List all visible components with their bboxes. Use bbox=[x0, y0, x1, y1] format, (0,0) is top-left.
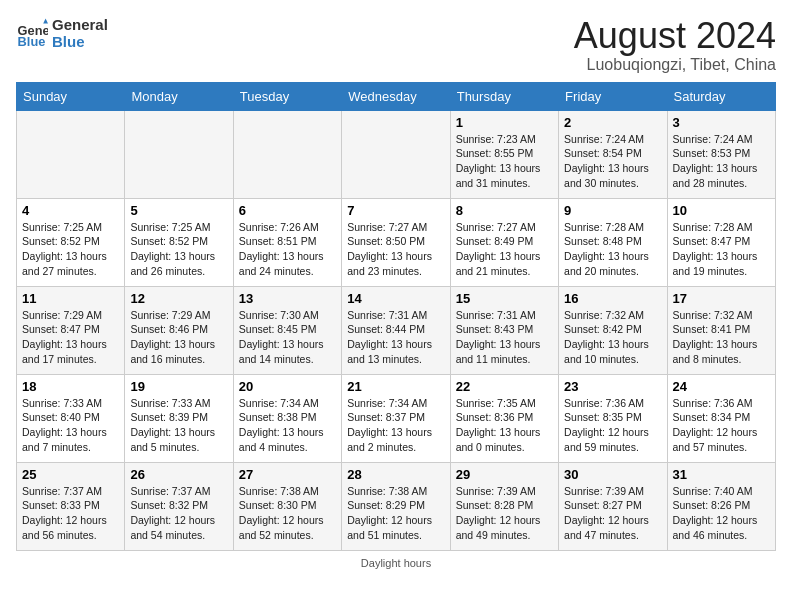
logo-line2: Blue bbox=[52, 33, 108, 50]
calendar-week-row: 4Sunrise: 7:25 AM Sunset: 8:52 PM Daylig… bbox=[17, 198, 776, 286]
day-number: 15 bbox=[456, 291, 553, 306]
calendar-week-row: 1Sunrise: 7:23 AM Sunset: 8:55 PM Daylig… bbox=[17, 110, 776, 198]
day-info: Sunrise: 7:38 AM Sunset: 8:29 PM Dayligh… bbox=[347, 484, 444, 543]
calendar-cell: 25Sunrise: 7:37 AM Sunset: 8:33 PM Dayli… bbox=[17, 462, 125, 550]
calendar-cell: 11Sunrise: 7:29 AM Sunset: 8:47 PM Dayli… bbox=[17, 286, 125, 374]
day-info: Sunrise: 7:29 AM Sunset: 8:47 PM Dayligh… bbox=[22, 308, 119, 367]
calendar-cell bbox=[125, 110, 233, 198]
calendar-cell: 5Sunrise: 7:25 AM Sunset: 8:52 PM Daylig… bbox=[125, 198, 233, 286]
day-number: 7 bbox=[347, 203, 444, 218]
calendar-cell: 23Sunrise: 7:36 AM Sunset: 8:35 PM Dayli… bbox=[559, 374, 667, 462]
calendar-cell: 12Sunrise: 7:29 AM Sunset: 8:46 PM Dayli… bbox=[125, 286, 233, 374]
calendar-week-row: 25Sunrise: 7:37 AM Sunset: 8:33 PM Dayli… bbox=[17, 462, 776, 550]
day-info: Sunrise: 7:39 AM Sunset: 8:27 PM Dayligh… bbox=[564, 484, 661, 543]
day-of-week-header: Saturday bbox=[667, 82, 775, 110]
calendar-header-row: SundayMondayTuesdayWednesdayThursdayFrid… bbox=[17, 82, 776, 110]
day-number: 17 bbox=[673, 291, 770, 306]
calendar-cell: 17Sunrise: 7:32 AM Sunset: 8:41 PM Dayli… bbox=[667, 286, 775, 374]
calendar-cell: 2Sunrise: 7:24 AM Sunset: 8:54 PM Daylig… bbox=[559, 110, 667, 198]
day-number: 23 bbox=[564, 379, 661, 394]
day-number: 3 bbox=[673, 115, 770, 130]
day-number: 10 bbox=[673, 203, 770, 218]
calendar-cell: 27Sunrise: 7:38 AM Sunset: 8:30 PM Dayli… bbox=[233, 462, 341, 550]
day-number: 4 bbox=[22, 203, 119, 218]
day-number: 1 bbox=[456, 115, 553, 130]
calendar-cell: 15Sunrise: 7:31 AM Sunset: 8:43 PM Dayli… bbox=[450, 286, 558, 374]
day-info: Sunrise: 7:30 AM Sunset: 8:45 PM Dayligh… bbox=[239, 308, 336, 367]
calendar-cell: 9Sunrise: 7:28 AM Sunset: 8:48 PM Daylig… bbox=[559, 198, 667, 286]
calendar-cell: 30Sunrise: 7:39 AM Sunset: 8:27 PM Dayli… bbox=[559, 462, 667, 550]
day-info: Sunrise: 7:38 AM Sunset: 8:30 PM Dayligh… bbox=[239, 484, 336, 543]
day-number: 8 bbox=[456, 203, 553, 218]
day-number: 26 bbox=[130, 467, 227, 482]
day-info: Sunrise: 7:34 AM Sunset: 8:37 PM Dayligh… bbox=[347, 396, 444, 455]
day-info: Sunrise: 7:40 AM Sunset: 8:26 PM Dayligh… bbox=[673, 484, 770, 543]
day-info: Sunrise: 7:32 AM Sunset: 8:41 PM Dayligh… bbox=[673, 308, 770, 367]
day-number: 5 bbox=[130, 203, 227, 218]
day-number: 2 bbox=[564, 115, 661, 130]
calendar-week-row: 11Sunrise: 7:29 AM Sunset: 8:47 PM Dayli… bbox=[17, 286, 776, 374]
day-info: Sunrise: 7:26 AM Sunset: 8:51 PM Dayligh… bbox=[239, 220, 336, 279]
calendar-cell: 14Sunrise: 7:31 AM Sunset: 8:44 PM Dayli… bbox=[342, 286, 450, 374]
day-of-week-header: Sunday bbox=[17, 82, 125, 110]
day-info: Sunrise: 7:35 AM Sunset: 8:36 PM Dayligh… bbox=[456, 396, 553, 455]
day-number: 30 bbox=[564, 467, 661, 482]
day-info: Sunrise: 7:28 AM Sunset: 8:47 PM Dayligh… bbox=[673, 220, 770, 279]
day-info: Sunrise: 7:39 AM Sunset: 8:28 PM Dayligh… bbox=[456, 484, 553, 543]
calendar-cell: 31Sunrise: 7:40 AM Sunset: 8:26 PM Dayli… bbox=[667, 462, 775, 550]
calendar-cell: 21Sunrise: 7:34 AM Sunset: 8:37 PM Dayli… bbox=[342, 374, 450, 462]
svg-text:Blue: Blue bbox=[18, 34, 46, 49]
day-info: Sunrise: 7:36 AM Sunset: 8:34 PM Dayligh… bbox=[673, 396, 770, 455]
calendar-cell: 29Sunrise: 7:39 AM Sunset: 8:28 PM Dayli… bbox=[450, 462, 558, 550]
day-info: Sunrise: 7:32 AM Sunset: 8:42 PM Dayligh… bbox=[564, 308, 661, 367]
calendar-cell: 6Sunrise: 7:26 AM Sunset: 8:51 PM Daylig… bbox=[233, 198, 341, 286]
calendar-cell: 10Sunrise: 7:28 AM Sunset: 8:47 PM Dayli… bbox=[667, 198, 775, 286]
calendar-subtitle: Luobuqiongzi, Tibet, China bbox=[574, 56, 776, 74]
footer-note: Daylight hours bbox=[16, 557, 776, 569]
title-block: August 2024 Luobuqiongzi, Tibet, China bbox=[574, 16, 776, 74]
day-info: Sunrise: 7:28 AM Sunset: 8:48 PM Dayligh… bbox=[564, 220, 661, 279]
day-number: 9 bbox=[564, 203, 661, 218]
calendar-cell: 13Sunrise: 7:30 AM Sunset: 8:45 PM Dayli… bbox=[233, 286, 341, 374]
logo-line1: General bbox=[52, 16, 108, 33]
day-of-week-header: Wednesday bbox=[342, 82, 450, 110]
day-of-week-header: Tuesday bbox=[233, 82, 341, 110]
day-info: Sunrise: 7:37 AM Sunset: 8:33 PM Dayligh… bbox=[22, 484, 119, 543]
day-info: Sunrise: 7:33 AM Sunset: 8:40 PM Dayligh… bbox=[22, 396, 119, 455]
svg-marker-2 bbox=[43, 19, 48, 24]
day-info: Sunrise: 7:24 AM Sunset: 8:54 PM Dayligh… bbox=[564, 132, 661, 191]
calendar-cell: 19Sunrise: 7:33 AM Sunset: 8:39 PM Dayli… bbox=[125, 374, 233, 462]
day-number: 6 bbox=[239, 203, 336, 218]
day-info: Sunrise: 7:36 AM Sunset: 8:35 PM Dayligh… bbox=[564, 396, 661, 455]
calendar-cell: 26Sunrise: 7:37 AM Sunset: 8:32 PM Dayli… bbox=[125, 462, 233, 550]
calendar-cell: 24Sunrise: 7:36 AM Sunset: 8:34 PM Dayli… bbox=[667, 374, 775, 462]
day-number: 22 bbox=[456, 379, 553, 394]
day-of-week-header: Friday bbox=[559, 82, 667, 110]
day-number: 28 bbox=[347, 467, 444, 482]
calendar-cell: 1Sunrise: 7:23 AM Sunset: 8:55 PM Daylig… bbox=[450, 110, 558, 198]
day-number: 14 bbox=[347, 291, 444, 306]
calendar-cell bbox=[342, 110, 450, 198]
day-number: 19 bbox=[130, 379, 227, 394]
calendar-cell: 8Sunrise: 7:27 AM Sunset: 8:49 PM Daylig… bbox=[450, 198, 558, 286]
day-info: Sunrise: 7:25 AM Sunset: 8:52 PM Dayligh… bbox=[22, 220, 119, 279]
calendar-cell: 28Sunrise: 7:38 AM Sunset: 8:29 PM Dayli… bbox=[342, 462, 450, 550]
day-number: 16 bbox=[564, 291, 661, 306]
day-info: Sunrise: 7:37 AM Sunset: 8:32 PM Dayligh… bbox=[130, 484, 227, 543]
day-number: 29 bbox=[456, 467, 553, 482]
calendar-cell bbox=[233, 110, 341, 198]
calendar-cell: 16Sunrise: 7:32 AM Sunset: 8:42 PM Dayli… bbox=[559, 286, 667, 374]
day-info: Sunrise: 7:27 AM Sunset: 8:50 PM Dayligh… bbox=[347, 220, 444, 279]
day-info: Sunrise: 7:23 AM Sunset: 8:55 PM Dayligh… bbox=[456, 132, 553, 191]
day-number: 12 bbox=[130, 291, 227, 306]
calendar-cell: 18Sunrise: 7:33 AM Sunset: 8:40 PM Dayli… bbox=[17, 374, 125, 462]
logo-icon: General Blue bbox=[16, 17, 48, 49]
day-info: Sunrise: 7:31 AM Sunset: 8:43 PM Dayligh… bbox=[456, 308, 553, 367]
calendar-cell: 20Sunrise: 7:34 AM Sunset: 8:38 PM Dayli… bbox=[233, 374, 341, 462]
logo: General Blue General Blue bbox=[16, 16, 108, 51]
calendar-cell: 7Sunrise: 7:27 AM Sunset: 8:50 PM Daylig… bbox=[342, 198, 450, 286]
day-of-week-header: Thursday bbox=[450, 82, 558, 110]
day-number: 27 bbox=[239, 467, 336, 482]
calendar-cell: 3Sunrise: 7:24 AM Sunset: 8:53 PM Daylig… bbox=[667, 110, 775, 198]
day-number: 31 bbox=[673, 467, 770, 482]
